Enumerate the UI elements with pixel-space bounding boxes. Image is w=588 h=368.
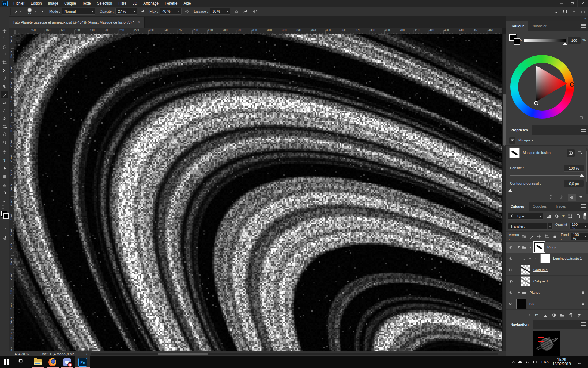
edit-toolbar[interactable] (1, 198, 8, 205)
pressure-size-icon[interactable] (243, 9, 248, 14)
navigator-thumbnail[interactable] (533, 331, 560, 357)
brush-preset-picker[interactable]: 79 (26, 8, 33, 15)
clone-stamp-tool[interactable] (1, 99, 8, 106)
onedrive-cloud-icon[interactable] (518, 360, 522, 365)
horizontal-scrollbar[interactable] (91, 353, 498, 355)
delete-mask-icon[interactable] (579, 195, 583, 200)
filter-shape-layers-icon[interactable] (568, 214, 573, 219)
layer-visibility-toggle[interactable] (506, 253, 515, 264)
layer-mask-thumbnail[interactable] (509, 148, 520, 158)
zoom-level-field[interactable]: 484,38 % (15, 352, 29, 356)
keyboard-language[interactable]: FRA (541, 360, 549, 364)
grayscale-slider[interactable] (524, 39, 566, 42)
symmetry-butterfly-icon[interactable] (252, 9, 257, 14)
vector-mask-button[interactable] (576, 149, 583, 156)
tray-expand-icon[interactable] (511, 360, 516, 365)
hue-selector[interactable] (570, 82, 574, 87)
minimize-button[interactable] (556, 0, 567, 7)
action-center-icon[interactable] (577, 360, 582, 365)
menu-texte[interactable]: Texte (79, 0, 94, 7)
toggle-mask-eye-icon[interactable] (568, 194, 576, 201)
layer-name[interactable]: BG (529, 302, 534, 306)
frame-tool[interactable] (1, 67, 8, 74)
vertical-ruler[interactable]: 5 3 05 4 05 5 05 6 05 7 05 8 05 9 06 0 0… (9, 34, 14, 351)
link-layers-icon[interactable] (526, 313, 531, 318)
delete-layer-icon[interactable] (577, 313, 582, 318)
document-tab[interactable]: Tuto Planète gazeuse et anneaux.psd @ 48… (9, 17, 145, 28)
firefox-taskbar-icon[interactable] (48, 358, 56, 366)
layer-visibility-toggle[interactable] (506, 287, 515, 298)
document-canvas-area[interactable] (14, 34, 502, 351)
filter-smart-object-icon[interactable] (576, 214, 581, 219)
marquee-tool[interactable] (1, 35, 8, 42)
lock-position-icon[interactable] (537, 234, 542, 239)
filter-toggle-switch[interactable] (583, 213, 586, 220)
brush-tool-preset-icon[interactable] (13, 9, 18, 14)
blend-mode-select[interactable]: Normal (62, 8, 95, 15)
history-brush-tool[interactable] (1, 107, 8, 114)
chevron-down-icon[interactable] (33, 9, 38, 14)
lock-all-icon[interactable] (552, 234, 557, 239)
layer-row-planet[interactable]: Planet (506, 287, 588, 298)
screen-mode-button[interactable] (1, 234, 8, 241)
layer-name[interactable]: Calque 3 (533, 279, 548, 283)
dodge-tool[interactable] (1, 139, 8, 146)
mask-selection-icon[interactable] (549, 195, 554, 200)
vertical-scrollbar-thumb[interactable] (503, 94, 506, 146)
status-menu-arrow[interactable]: › (86, 352, 87, 356)
density-slider[interactable] (510, 175, 583, 176)
layer-name[interactable]: Luminosi...traste 1 (553, 257, 582, 260)
brush-tool[interactable] (1, 91, 8, 98)
photoshop-taskbar-button[interactable]: Ps (75, 356, 90, 368)
menu-fenêtre[interactable]: Fenêtre (162, 0, 180, 7)
add-layer-mask-icon[interactable] (543, 313, 548, 318)
tab-nuancier[interactable]: Nuancier (528, 21, 551, 31)
healing-brush-tool[interactable] (1, 83, 8, 90)
brush-settings-panel-icon[interactable] (40, 9, 45, 14)
feather-slider[interactable] (510, 191, 583, 191)
feather-slider-thumb[interactable] (508, 189, 512, 192)
menu-aide[interactable]: Aide (180, 0, 194, 7)
eyedropper-tool[interactable] (1, 75, 8, 82)
workspace-icon[interactable] (562, 9, 567, 14)
layer-opacity-select[interactable]: 100 % (569, 223, 588, 230)
grayscale-value-field[interactable]: 100 (567, 37, 581, 44)
clock[interactable]: 15:29 18/02/2019 (551, 358, 573, 366)
move-tool[interactable] (1, 27, 8, 34)
tab-navigation[interactable]: Navigation (506, 320, 533, 329)
flow-select[interactable]: 40 % (160, 8, 182, 15)
search-icon[interactable] (553, 9, 558, 14)
hand-tool[interactable] (1, 181, 8, 189)
feather-value-field[interactable]: 0,0 px (564, 180, 584, 187)
density-slider-thumb[interactable] (580, 174, 584, 177)
layer-row-rings[interactable]: Rings (506, 242, 588, 253)
menu-sélection[interactable]: Sélection (94, 0, 115, 7)
crop-tool[interactable] (1, 59, 8, 66)
layer-style-fx-icon[interactable]: fx (535, 313, 538, 317)
file-explorer-taskbar-icon[interactable] (34, 359, 42, 365)
menu-3d[interactable]: 3D (130, 0, 140, 7)
pressure-opacity-icon[interactable] (140, 9, 145, 14)
properties-scrollbar[interactable] (586, 148, 588, 194)
layer-thumbnail[interactable] (516, 299, 526, 309)
smoothing-select[interactable]: 10 % (210, 8, 230, 15)
panel-menu-icon[interactable] (581, 322, 586, 326)
new-swatch-icon[interactable] (579, 115, 584, 120)
new-adjustment-layer-icon[interactable] (552, 313, 556, 318)
horizontal-scrollbar-thumb[interactable] (158, 353, 208, 355)
share-icon[interactable] (581, 9, 586, 14)
paint-bucket-tool[interactable] (1, 123, 8, 130)
pixel-mask-button[interactable] (567, 149, 575, 157)
menu-fichier[interactable]: Fichier (10, 0, 28, 7)
background-color-swatch[interactable] (514, 38, 520, 45)
lasso-tool[interactable] (1, 43, 8, 50)
opacity-select[interactable]: 27 % (115, 8, 137, 15)
chevron-right-icon[interactable] (518, 291, 520, 294)
eraser-tool[interactable] (1, 115, 8, 122)
layer-thumbnail[interactable] (521, 276, 530, 286)
volume-icon[interactable] (525, 360, 530, 365)
chevron-down-icon[interactable] (518, 246, 520, 248)
layer-visibility-toggle[interactable] (506, 276, 515, 287)
ruler-origin[interactable] (9, 28, 14, 34)
layer-thumbnail[interactable] (521, 265, 530, 275)
